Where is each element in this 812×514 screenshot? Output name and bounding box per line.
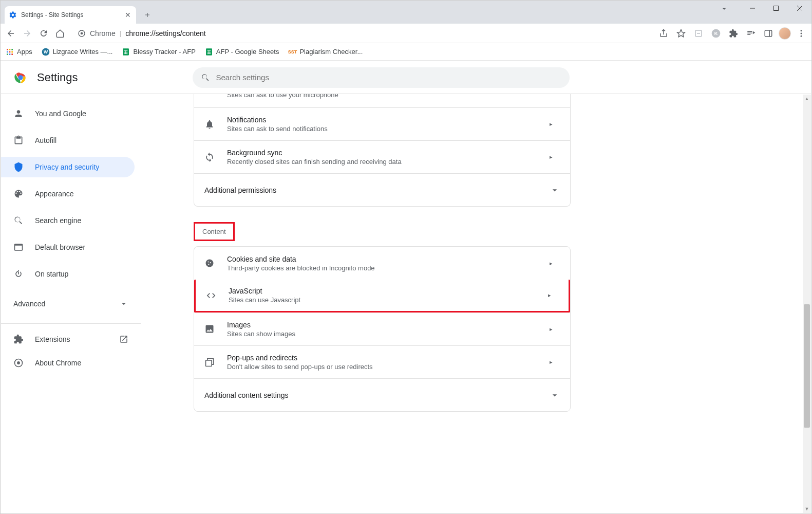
row-javascript[interactable]: JavaScript Sites can use Javascript ▸ xyxy=(194,280,570,313)
share-icon[interactable] xyxy=(656,26,671,41)
reload-button[interactable] xyxy=(36,26,51,41)
omnibox-url: chrome://settings/content xyxy=(125,29,205,38)
sidebar-about[interactable]: About Chrome xyxy=(1,353,141,373)
sidebar-item-label: On startup xyxy=(35,270,68,278)
box-icon[interactable] xyxy=(691,26,706,41)
row-desc: Recently closed sites can finish sending… xyxy=(227,158,537,166)
row-title: Notifications xyxy=(227,116,537,124)
bookmark-label: Apps xyxy=(17,48,32,56)
bookmark-label: AFP - Google Sheets xyxy=(216,48,279,56)
svg-rect-24 xyxy=(11,53,13,55)
scrollbar-thumb[interactable] xyxy=(804,304,810,428)
sidebar-about-label: About Chrome xyxy=(35,359,81,367)
omnibox-prefix: Chrome xyxy=(90,29,116,38)
forward-button[interactable] xyxy=(20,26,34,41)
chrome-page-icon xyxy=(78,29,86,38)
user-avatar[interactable] xyxy=(779,27,791,40)
row-notifications[interactable]: Notifications Sites can ask to send noti… xyxy=(194,107,570,140)
row-desc: Sites can ask to send notifications xyxy=(227,125,537,133)
svg-point-44 xyxy=(210,262,211,263)
row-additional-content[interactable]: Additional content settings xyxy=(194,378,570,411)
chevron-down-icon xyxy=(550,185,560,195)
close-icon[interactable]: ✕ xyxy=(124,11,132,19)
row-images[interactable]: Images Sites can show images ▸ xyxy=(194,313,570,345)
svg-rect-16 xyxy=(7,49,8,50)
row-popups[interactable]: Pop-ups and redirects Don't allow sites … xyxy=(194,345,570,378)
sidebar-item-on-startup[interactable]: On startup xyxy=(1,264,135,284)
sidebar-extensions[interactable]: Extensions xyxy=(1,329,141,350)
tab-title: Settings - Site Settings xyxy=(21,11,120,19)
chevron-down-icon xyxy=(550,390,560,400)
search-input[interactable] xyxy=(216,73,561,82)
row-title: Images xyxy=(227,321,537,329)
svg-rect-19 xyxy=(7,51,8,52)
address-bar[interactable]: Chrome | chrome://settings/content xyxy=(72,26,651,41)
row-title: Background sync xyxy=(227,149,537,157)
menu-icon[interactable] xyxy=(794,26,808,41)
sidebar-item-autofill[interactable]: Autofill xyxy=(1,130,135,151)
media-icon[interactable] xyxy=(744,26,758,41)
code-icon xyxy=(206,290,216,301)
maximize-button[interactable] xyxy=(764,1,788,16)
svg-rect-1 xyxy=(774,6,779,11)
svg-rect-23 xyxy=(9,53,11,55)
bookmark-label: Plagiarism Checker... xyxy=(299,48,363,56)
clipboard-icon xyxy=(13,135,24,145)
row-desc: Sites can ask to use your microphone xyxy=(227,94,537,99)
sidebar-item-search-engine[interactable]: Search engine xyxy=(1,210,135,231)
back-button[interactable] xyxy=(4,26,18,41)
window-close-button[interactable] xyxy=(788,1,811,16)
settings-title: Settings xyxy=(37,71,78,84)
browser-tab[interactable]: Settings - Site Settings ✕ xyxy=(5,6,136,24)
open-external-icon xyxy=(119,335,128,344)
scroll-up-icon[interactable]: ▲ xyxy=(803,95,811,103)
row-desc: Don't allow sites to send pop-ups or use… xyxy=(227,363,537,371)
svg-point-14 xyxy=(801,32,802,34)
extensions-icon[interactable] xyxy=(726,26,741,41)
sidebar-advanced[interactable]: Advanced xyxy=(1,293,141,314)
settings-main-panel: Sites can ask to use your microphone ▶ N… xyxy=(141,94,811,513)
bookmark-blessy[interactable]: Blessy Tracker - AFP xyxy=(122,48,195,56)
profile-k-icon[interactable]: K xyxy=(709,26,723,41)
row-additional-permissions[interactable]: Additional permissions xyxy=(194,173,570,206)
chrome-gray-icon xyxy=(13,358,24,368)
sidebar-item-label: You and Google xyxy=(35,109,86,118)
row-microphone-cutoff[interactable]: Sites can ask to use your microphone ▶ xyxy=(194,94,570,107)
bookmark-afp[interactable]: AFP - Google Sheets xyxy=(205,48,279,56)
scrollbar[interactable]: ▲ ▼ xyxy=(803,95,811,513)
svg-rect-36 xyxy=(209,50,209,53)
sidebar-item-you-and-google[interactable]: You and Google xyxy=(1,103,135,124)
row-title: Additional permissions xyxy=(204,186,537,194)
svg-point-43 xyxy=(207,261,209,262)
new-tab-button[interactable] xyxy=(140,8,155,22)
row-background-sync[interactable]: Background sync Recently closed sites ca… xyxy=(194,140,570,173)
svg-text:W: W xyxy=(44,49,48,54)
tab-search-icon[interactable] xyxy=(720,5,734,13)
scroll-down-icon[interactable]: ▼ xyxy=(803,505,811,513)
svg-text:K: K xyxy=(714,31,718,36)
bookmark-star-icon[interactable] xyxy=(674,26,688,41)
sidebar-item-appearance[interactable]: Appearance xyxy=(1,183,135,204)
svg-marker-6 xyxy=(677,29,685,36)
side-panel-icon[interactable] xyxy=(761,26,776,41)
sheets-icon xyxy=(205,48,213,56)
svg-rect-31 xyxy=(126,50,126,53)
svg-rect-22 xyxy=(7,53,8,55)
home-button[interactable] xyxy=(53,26,67,41)
power-icon xyxy=(13,269,24,279)
bookmark-apps[interactable]: Apps xyxy=(6,48,32,56)
popup-icon xyxy=(204,357,215,368)
svg-point-45 xyxy=(208,264,209,265)
bookmark-lizgrace[interactable]: W Lizgrace Writes —... xyxy=(42,48,113,56)
svg-rect-21 xyxy=(11,51,13,52)
svg-rect-17 xyxy=(9,49,11,50)
chevron-right-icon: ▸ xyxy=(550,154,560,160)
row-desc: Sites can show images xyxy=(227,330,537,338)
row-cookies[interactable]: Cookies and site data Third-party cookie… xyxy=(194,247,570,280)
sidebar-item-privacy[interactable]: Privacy and security xyxy=(1,157,135,177)
settings-search[interactable] xyxy=(193,67,570,88)
apps-icon xyxy=(6,48,14,56)
sidebar-item-default-browser[interactable]: Default browser xyxy=(1,237,135,258)
minimize-button[interactable] xyxy=(741,1,764,16)
bookmark-plagiarism[interactable]: SST Plagiarism Checker... xyxy=(288,48,363,56)
